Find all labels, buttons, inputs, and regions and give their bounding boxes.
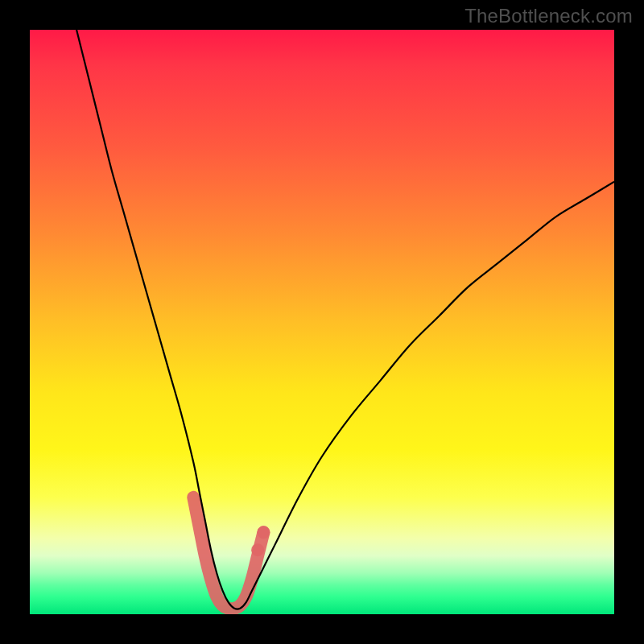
watermark-text: TheBottleneck.com xyxy=(464,5,633,27)
chart-frame: TheBottleneck.com xyxy=(0,0,644,644)
svg-point-0 xyxy=(251,543,264,556)
svg-point-1 xyxy=(257,526,270,539)
curve-layer xyxy=(30,30,614,614)
bottleneck-curve xyxy=(76,30,614,609)
optimal-zone-highlight xyxy=(193,497,270,609)
plot-area xyxy=(30,30,614,614)
